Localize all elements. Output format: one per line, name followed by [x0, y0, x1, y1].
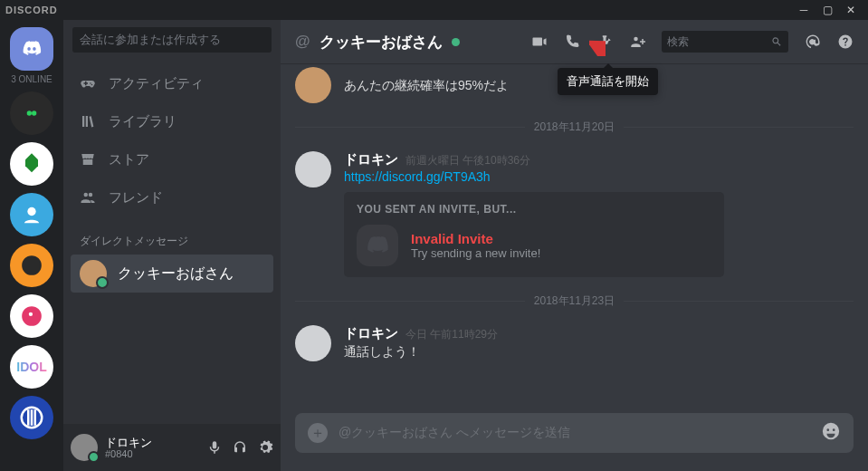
search-input[interactable]: 検索: [662, 31, 788, 53]
tooltip: 音声通話を開始: [558, 68, 658, 95]
gear-icon: [257, 439, 273, 456]
deafen-button[interactable]: [232, 439, 248, 456]
message-text: あんたの継続確率は95%だよ: [344, 78, 509, 94]
message-list[interactable]: あんたの継続確率は95%だよ 2018年11月20日 ドロキン 前週火曜日 午後…: [281, 63, 868, 404]
message: ドロキン 前週火曜日 午後10時36分 https://discord.gg/R…: [295, 144, 854, 284]
dm-item[interactable]: クッキーおばさん: [71, 255, 273, 293]
video-call-button[interactable]: [531, 34, 548, 50]
nav-label: アクティビティ: [109, 75, 204, 92]
avatar: [80, 260, 107, 287]
conversation-search[interactable]: 会話に参加または作成する: [72, 27, 272, 53]
message-link[interactable]: https://discord.gg/RT9A3h: [344, 169, 491, 184]
sidebar: 会話に参加または作成する アクティビティ ライブラリ ストア フレンド ダイレク…: [63, 20, 281, 471]
app-brand: DISCORD: [5, 5, 58, 15]
user-panel: ドロキン #0840: [63, 424, 281, 471]
nav-activity[interactable]: アクティビティ: [71, 65, 273, 101]
message-timestamp: 前週火曜日 午後10時36分: [405, 153, 530, 168]
main: @ クッキーおばさん 検索 音声通話を開始: [281, 20, 868, 471]
store-icon: [80, 151, 96, 168]
invite-label: YOU SENT AN INVITE, BUT...: [357, 203, 711, 216]
invite-icon: [357, 225, 398, 266]
message-author: ドロキン: [344, 325, 398, 342]
message-text: 通話しよう！: [344, 344, 498, 360]
mute-button[interactable]: [206, 439, 223, 456]
guild-icon: IDOL: [16, 360, 46, 374]
online-count: 3 ONLINE: [11, 74, 52, 84]
voice-call-button[interactable]: [564, 34, 580, 50]
nav-label: フレンド: [109, 189, 163, 207]
channel-header: @ クッキーおばさん 検索 音声通話を開始: [281, 20, 868, 63]
guild-icon: [18, 404, 45, 431]
self-tag: #0840: [105, 448, 152, 459]
help-icon: [837, 34, 854, 50]
emoji-button[interactable]: [821, 421, 841, 445]
svg-point-1: [32, 111, 36, 115]
message-author: ドロキン: [344, 151, 398, 168]
close-button[interactable]: ✕: [839, 0, 863, 20]
help-button[interactable]: [837, 34, 854, 50]
guild-item[interactable]: [10, 193, 53, 236]
channel-name: クッキーおばさん: [320, 32, 443, 53]
date-divider: 2018年11月20日: [295, 120, 854, 135]
search-placeholder: 会話に参加または作成する: [80, 32, 221, 48]
message-timestamp: 今日 午前11時29分: [405, 327, 498, 342]
self-avatar[interactable]: [71, 434, 98, 461]
discord-logo-icon: [20, 37, 43, 61]
library-icon: [80, 113, 96, 130]
status-indicator: [452, 38, 460, 46]
avatar: [295, 151, 331, 187]
guild-list: 3 ONLINE IDOL: [0, 20, 63, 471]
mic-icon: [206, 439, 223, 456]
message: ドロキン 今日 午前11時29分 通話しよう！: [295, 318, 854, 369]
guild-item[interactable]: [10, 142, 53, 186]
guild-item[interactable]: [10, 396, 53, 439]
headphones-icon: [232, 439, 248, 456]
pin-icon: [596, 34, 613, 50]
maximize-button[interactable]: ▢: [816, 0, 839, 20]
window-controls: ─ ▢ ✕: [792, 0, 863, 20]
invite-title: Invalid Invite: [411, 231, 540, 246]
dm-name: クッキーおばさん: [118, 264, 234, 284]
guild-icon: [20, 254, 43, 277]
mentions-button[interactable]: [805, 34, 821, 50]
svg-point-2: [27, 207, 35, 216]
pinned-messages-button[interactable]: [596, 34, 613, 50]
svg-point-0: [27, 111, 32, 115]
avatar: [295, 325, 331, 361]
settings-button[interactable]: [257, 439, 273, 456]
phone-icon: [564, 34, 580, 50]
at-icon: [805, 34, 821, 50]
dm-section-title: ダイレクトメッセージ: [63, 221, 281, 255]
controller-icon: [80, 75, 96, 91]
nav-friends[interactable]: フレンド: [71, 179, 273, 216]
search-placeholder: 検索: [667, 34, 689, 50]
nav-library[interactable]: ライブラリ: [71, 103, 273, 139]
avatar: [295, 67, 331, 103]
add-attachment-button[interactable]: ＋: [308, 423, 328, 443]
home-button[interactable]: [10, 27, 53, 71]
guild-item[interactable]: IDOL: [10, 345, 53, 389]
search-icon: [770, 35, 783, 48]
nav-label: ライブラリ: [109, 113, 176, 130]
invite-embed: YOU SENT AN INVITE, BUT... Invalid Invit…: [344, 192, 724, 277]
guild-item[interactable]: [10, 91, 53, 135]
titlebar: DISCORD ─ ▢ ✕: [0, 0, 868, 20]
date-divider: 2018年11月23日: [295, 293, 854, 309]
add-friend-icon: [629, 34, 645, 50]
guild-icon: [19, 151, 44, 177]
self-username: ドロキン: [105, 437, 152, 448]
emoji-icon: [821, 421, 841, 441]
add-friend-button[interactable]: [629, 34, 645, 50]
nav-label: ストア: [109, 151, 149, 168]
nav-store[interactable]: ストア: [71, 141, 273, 178]
guild-item[interactable]: [10, 244, 53, 287]
message-input[interactable]: @クッキーおばさん へメッセージを送信: [339, 425, 810, 441]
guild-item[interactable]: [10, 294, 53, 338]
message-input-bar: ＋ @クッキーおばさん へメッセージを送信: [295, 413, 854, 453]
friends-icon: [80, 189, 96, 206]
video-icon: [531, 34, 548, 50]
minimize-button[interactable]: ─: [792, 0, 816, 20]
guild-icon: [20, 304, 43, 328]
guild-icon: [19, 202, 44, 227]
at-sign: @: [295, 33, 310, 51]
